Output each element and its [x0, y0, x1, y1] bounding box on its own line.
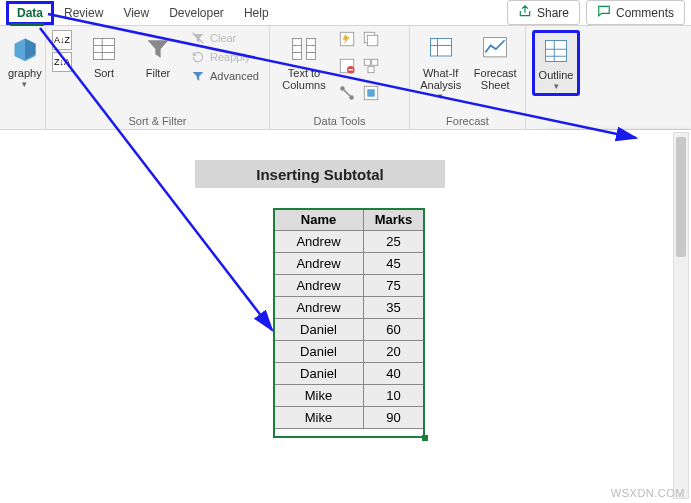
svg-line-14: [344, 90, 350, 96]
sort-asc-button[interactable]: A↓Z: [52, 30, 72, 50]
cell-marks[interactable]: 45: [364, 253, 424, 275]
flash-fill-icon[interactable]: [338, 30, 356, 51]
watermark: WSXDN.COM: [611, 487, 685, 499]
outline-button[interactable]: Outline ▾: [532, 30, 580, 96]
table-row[interactable]: Daniel60: [274, 319, 424, 341]
scrollbar-thumb[interactable]: [676, 137, 686, 257]
relationships-icon[interactable]: [338, 84, 356, 105]
cell-name[interactable]: Daniel: [274, 341, 364, 363]
svg-rect-3: [307, 39, 316, 60]
forecast-group-label: Forecast: [416, 113, 519, 127]
filter-icon: [144, 33, 172, 65]
svg-rect-10: [372, 59, 378, 65]
group-forecast: What-If Analysis ▾ Forecast Sheet Foreca…: [410, 26, 526, 129]
group-datatypes: graphy ▾: [0, 26, 46, 129]
svg-rect-17: [430, 39, 451, 57]
group-datatypes-label: [6, 125, 39, 127]
filter-button[interactable]: Filter: [134, 30, 182, 82]
sort-desc-button[interactable]: Z↓A: [52, 52, 72, 72]
advanced-icon: [191, 69, 205, 83]
reapply-icon: [191, 50, 205, 64]
cell-name[interactable]: Daniel: [274, 319, 364, 341]
table-row[interactable]: Andrew35: [274, 297, 424, 319]
cell-name[interactable]: Andrew: [274, 231, 364, 253]
sort-button[interactable]: Sort: [80, 30, 128, 82]
data-tools-group-label: Data Tools: [276, 113, 403, 127]
svg-rect-18: [484, 38, 507, 57]
cell-marks[interactable]: 40: [364, 363, 424, 385]
sort-label: Sort: [94, 67, 114, 79]
geography-icon: [11, 33, 39, 65]
filter-label: Filter: [146, 67, 170, 79]
sort-filter-group-label: Sort & Filter: [52, 113, 263, 127]
consolidate-icon[interactable]: [362, 57, 380, 78]
clear-label: Clear: [210, 32, 236, 44]
cell-name[interactable]: Andrew: [274, 275, 364, 297]
tab-review[interactable]: Review: [54, 2, 113, 24]
cell-marks[interactable]: 75: [364, 275, 424, 297]
table-row[interactable]: Daniel40: [274, 363, 424, 385]
svg-rect-6: [367, 35, 378, 46]
reapply-label: Reapply: [210, 51, 250, 63]
cell-marks[interactable]: 90: [364, 407, 424, 429]
group-sort-filter: A↓Z Z↓A Sort Filter Clear: [46, 26, 270, 129]
caret-icon: ▾: [438, 91, 443, 101]
cell-name[interactable]: Andrew: [274, 253, 364, 275]
comments-button[interactable]: Comments: [586, 0, 685, 25]
tab-help[interactable]: Help: [234, 2, 279, 24]
share-label: Share: [537, 6, 569, 20]
remove-duplicates-icon[interactable]: [362, 30, 380, 51]
tab-developer[interactable]: Developer: [159, 2, 234, 24]
selection-handle[interactable]: [422, 435, 428, 441]
whatif-button[interactable]: What-If Analysis ▾: [416, 30, 465, 104]
data-validation-icon[interactable]: [338, 57, 356, 78]
outline-group-label: [532, 125, 580, 127]
cell-marks[interactable]: 20: [364, 341, 424, 363]
cell-name[interactable]: Mike: [274, 385, 364, 407]
sort-quick-buttons: A↓Z Z↓A: [52, 30, 72, 72]
comments-icon: [597, 4, 611, 21]
caret-icon: ▾: [22, 79, 27, 89]
cell-name[interactable]: Andrew: [274, 297, 364, 319]
table-row[interactable]: Andrew45: [274, 253, 424, 275]
tab-view[interactable]: View: [113, 2, 159, 24]
svg-rect-11: [368, 67, 374, 73]
reapply-button[interactable]: Reapply: [188, 49, 262, 65]
tab-data[interactable]: Data: [6, 1, 54, 25]
svg-rect-9: [364, 59, 370, 65]
vertical-scrollbar[interactable]: [673, 132, 689, 499]
table-row[interactable]: Daniel20: [274, 341, 424, 363]
share-button[interactable]: Share: [507, 0, 580, 25]
text-to-columns-button[interactable]: Text to Columns: [276, 30, 332, 94]
geography-label: graphy: [8, 67, 42, 79]
caret-icon: ▾: [554, 81, 559, 91]
cell-name[interactable]: Mike: [274, 407, 364, 429]
cell-marks[interactable]: 35: [364, 297, 424, 319]
cell-marks[interactable]: 10: [364, 385, 424, 407]
whatif-icon: [427, 33, 455, 65]
table-row[interactable]: Mike10: [274, 385, 424, 407]
svg-rect-19: [546, 41, 567, 62]
forecast-sheet-button[interactable]: Forecast Sheet: [471, 30, 519, 94]
table-row[interactable]: Andrew25: [274, 231, 424, 253]
data-table[interactable]: Name Marks Andrew25 Andrew45 Andrew75 An…: [273, 208, 424, 429]
outline-icon: [542, 35, 570, 67]
advanced-button[interactable]: Advanced: [188, 68, 262, 84]
worksheet[interactable]: Inserting Subtotal Name Marks Andrew25 A…: [0, 130, 691, 503]
cell-marks[interactable]: 60: [364, 319, 424, 341]
svg-rect-2: [293, 39, 302, 60]
header-marks: Marks: [364, 209, 424, 231]
geography-button[interactable]: graphy ▾: [6, 30, 44, 92]
ribbon: graphy ▾ A↓Z Z↓A Sort Filter: [0, 26, 691, 130]
table-row[interactable]: Andrew75: [274, 275, 424, 297]
clear-button[interactable]: Clear: [188, 30, 262, 46]
table-header-row: Name Marks: [274, 209, 424, 231]
advanced-label: Advanced: [210, 70, 259, 82]
table-row[interactable]: Mike90: [274, 407, 424, 429]
comments-label: Comments: [616, 6, 674, 20]
clear-icon: [191, 31, 205, 45]
svg-rect-0: [94, 39, 115, 60]
cell-marks[interactable]: 25: [364, 231, 424, 253]
data-model-icon[interactable]: [362, 84, 380, 105]
cell-name[interactable]: Daniel: [274, 363, 364, 385]
